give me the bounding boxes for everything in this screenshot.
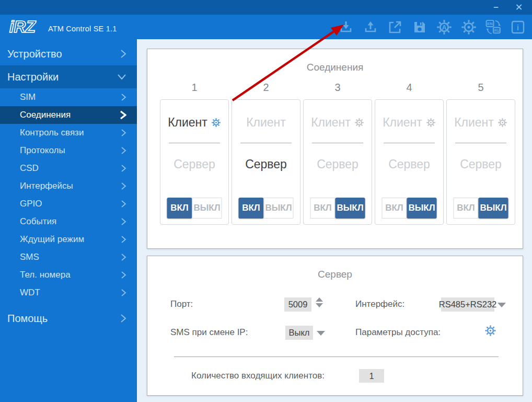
server-mode-label[interactable]: Сервер xyxy=(232,157,300,171)
chevron-right-icon xyxy=(121,146,126,155)
sidebar-item-events[interactable]: События xyxy=(0,213,137,231)
port-spinner[interactable] xyxy=(316,297,323,307)
toggle-on-button[interactable]: ВКЛ xyxy=(167,198,192,219)
download-icon[interactable] xyxy=(338,19,354,35)
app-header: iRZ ATM Control SE 1.1 xyxy=(0,15,532,39)
spinner-down-icon[interactable] xyxy=(316,303,323,307)
toggle-on-button[interactable]: ВКЛ xyxy=(239,198,264,219)
chevron-right-icon xyxy=(121,93,126,101)
toggle-off-button[interactable]: ВЫКЛ xyxy=(264,198,294,219)
open-config-icon[interactable] xyxy=(387,19,403,35)
sms-on-ip-change-select[interactable]: Выкл xyxy=(285,326,313,340)
chevron-right-icon xyxy=(121,182,126,190)
connection-cards: Клиент Сервер ВКЛ ВЫКЛ Клиент xyxy=(160,99,523,225)
sidebar-item-label: Устройство xyxy=(7,48,62,60)
connection-toggle: ВКЛ ВЫКЛ xyxy=(239,198,294,219)
server-mode-label[interactable]: Сервер xyxy=(447,157,515,171)
sidebar-item-help[interactable]: Помощь xyxy=(0,307,137,330)
dropdown-arrow-icon[interactable] xyxy=(498,303,506,307)
app-title: ATM Control SE 1.1 xyxy=(48,25,117,33)
sidebar: Устройство Настройки SIM Соединения Конт… xyxy=(0,39,137,402)
toolbar: A EN xyxy=(338,15,526,39)
close-button[interactable]: ✕ xyxy=(510,0,528,15)
server-panel: Сервер Порт: 5009 Интерфейс: RS485+RS232… xyxy=(147,256,523,396)
client-settings-gear-icon[interactable] xyxy=(498,118,507,128)
client-mode-label[interactable]: Клиент xyxy=(311,116,351,130)
sidebar-item-link-control[interactable]: Контроль связи xyxy=(0,124,137,142)
port-label: Порт: xyxy=(170,299,193,309)
lang-top-label: EN xyxy=(487,21,492,26)
main-content: Соединения 1 2 3 4 5 Клиент xyxy=(137,39,532,402)
connection-number: 4 xyxy=(375,82,444,94)
sidebar-item-sms[interactable]: SMS xyxy=(0,248,137,266)
settings-icon[interactable] xyxy=(461,19,477,35)
sidebar-item-csd[interactable]: CSD xyxy=(0,159,137,177)
sidebar-item-phone-numbers[interactable]: Тел. номера xyxy=(0,266,137,284)
connection-numbers: 1 2 3 4 5 xyxy=(160,82,523,94)
client-mode-label[interactable]: Клиент xyxy=(454,116,494,130)
client-settings-gear-icon[interactable] xyxy=(211,118,221,128)
upload-icon[interactable] xyxy=(363,19,378,35)
client-settings-gear-icon[interactable] xyxy=(354,118,364,128)
incoming-clients-value[interactable]: 1 xyxy=(359,369,384,383)
interface-select[interactable]: RS485+RS232 xyxy=(441,297,494,312)
chevron-right-icon xyxy=(121,129,126,137)
save-icon[interactable] xyxy=(412,19,427,35)
sidebar-item-device[interactable]: Устройство xyxy=(0,42,137,65)
client-mode-label[interactable]: Клиент xyxy=(383,116,422,130)
client-mode-label[interactable]: Клиент xyxy=(246,116,286,130)
server-mode-label[interactable]: Сервер xyxy=(160,157,228,171)
auto-settings-icon[interactable]: A xyxy=(436,19,452,35)
toggle-on-button[interactable]: ВКЛ xyxy=(454,198,479,219)
card-divider xyxy=(240,143,292,143)
chevron-right-icon xyxy=(120,110,126,120)
client-settings-gear-icon[interactable] xyxy=(426,118,436,128)
sidebar-item-interfaces[interactable]: Интерфейсы xyxy=(0,177,137,195)
sidebar-item-label: Контроль связи xyxy=(20,128,84,138)
sidebar-item-label: Протоколы xyxy=(20,145,65,156)
chevron-down-icon xyxy=(117,74,126,80)
irz-logo-icon: iRZ xyxy=(8,16,43,38)
toggle-off-button[interactable]: ВЫКЛ xyxy=(407,198,437,219)
info-letter: i xyxy=(517,24,519,32)
sidebar-item-gpio[interactable]: GPIO xyxy=(0,195,137,213)
client-mode-label[interactable]: Клиент xyxy=(168,116,207,130)
sidebar-item-standby[interactable]: Ждущий режим xyxy=(0,231,137,248)
chevron-right-icon xyxy=(121,289,126,297)
lang-bottom-label: RU xyxy=(494,28,499,32)
toggle-off-button[interactable]: ВЫКЛ xyxy=(479,198,508,219)
language-icon[interactable]: EN RU xyxy=(485,19,501,35)
connection-toggle: ВКЛ ВЫКЛ xyxy=(310,198,365,219)
dropdown-arrow-icon[interactable] xyxy=(317,331,325,336)
auto-letter: A xyxy=(442,24,446,31)
sidebar-item-label: CSD xyxy=(20,163,39,174)
spinner-up-icon[interactable] xyxy=(316,297,323,302)
port-input[interactable]: 5009 xyxy=(284,297,311,312)
server-mode-label[interactable]: Сервер xyxy=(375,157,443,171)
server-mode-label[interactable]: Сервер xyxy=(304,157,372,171)
sidebar-item-label: Помощь xyxy=(7,313,48,325)
chevron-right-icon xyxy=(121,164,126,173)
sidebar-item-protocols[interactable]: Протоколы xyxy=(0,142,137,159)
sidebar-item-sim[interactable]: SIM xyxy=(0,88,137,106)
connection-number: 1 xyxy=(160,82,229,94)
toggle-off-button[interactable]: ВЫКЛ xyxy=(336,198,365,219)
sidebar-item-connections[interactable]: Соединения xyxy=(0,106,137,124)
toggle-off-button[interactable]: ВЫКЛ xyxy=(192,198,222,219)
sidebar-item-settings[interactable]: Настройки xyxy=(0,65,137,88)
chevron-right-icon xyxy=(121,200,126,208)
sidebar-item-label: WDT xyxy=(20,288,40,298)
card-divider xyxy=(169,143,220,143)
sms-on-ip-change-label: SMS при смене IP: xyxy=(170,327,248,338)
logo-text: iRZ xyxy=(9,18,36,36)
toggle-on-button[interactable]: ВКЛ xyxy=(382,198,407,219)
info-icon[interactable]: i xyxy=(510,19,526,35)
toggle-on-button[interactable]: ВКЛ xyxy=(310,198,336,219)
chevron-right-icon xyxy=(120,49,126,59)
access-params-label: Параметры доступа: xyxy=(355,327,441,338)
access-params-gear-icon[interactable] xyxy=(484,325,496,339)
minimize-button[interactable]: – xyxy=(487,0,505,15)
sidebar-item-wdt[interactable]: WDT xyxy=(0,284,137,302)
connection-toggle: ВКЛ ВЫКЛ xyxy=(454,198,508,219)
sidebar-item-label: Тел. номера xyxy=(20,270,71,280)
